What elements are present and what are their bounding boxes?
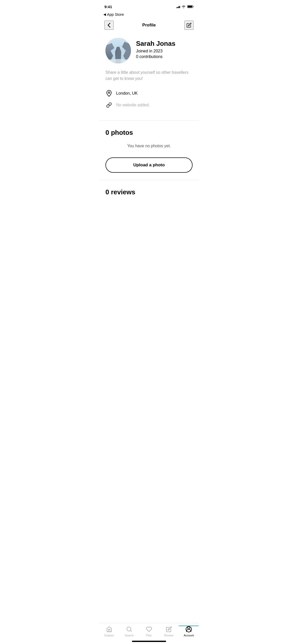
profile-contributions: 0 contributions <box>136 54 175 59</box>
nav-header: Profile <box>99 19 199 34</box>
signal-icon <box>176 5 180 8</box>
upload-photo-button[interactable]: Upload a photo <box>105 157 193 173</box>
details-section: London, UK No website added. <box>99 88 199 119</box>
back-button[interactable] <box>104 21 114 30</box>
svg-rect-1 <box>188 6 192 8</box>
edit-button[interactable] <box>184 21 194 30</box>
profile-name: Sarah Jonas <box>136 40 175 47</box>
svg-point-8 <box>105 59 131 63</box>
battery-icon <box>187 5 194 8</box>
website-text: No website added. <box>116 103 150 107</box>
location-item: London, UK <box>105 90 193 97</box>
profile-section: Sarah Jonas Joined in 2023 0 contributio… <box>99 34 199 69</box>
profile-joined: Joined in 2023 <box>136 49 175 53</box>
svg-point-9 <box>108 92 110 93</box>
status-icons <box>176 5 194 8</box>
profile-info: Sarah Jonas Joined in 2023 0 contributio… <box>136 38 175 59</box>
app-store-label: App Store <box>107 12 124 17</box>
bio-text: Share a little about yourself so other t… <box>105 69 193 82</box>
avatar <box>105 38 131 63</box>
photos-section: 0 photos You have no photos yet. Upload … <box>99 122 199 179</box>
bio-section: Share a little about yourself so other t… <box>99 69 199 88</box>
photos-empty-message: You have no photos yet. <box>105 142 193 150</box>
photos-title: 0 photos <box>105 129 193 137</box>
wifi-icon <box>182 5 186 8</box>
app-store-back[interactable]: ◀ App Store <box>99 11 199 19</box>
website-item: No website added. <box>105 101 193 109</box>
divider-2 <box>99 180 199 180</box>
location-text: London, UK <box>116 91 138 96</box>
reviews-title: 0 reviews <box>105 188 193 196</box>
reviews-section: 0 reviews <box>99 181 199 207</box>
page-title: Profile <box>142 23 156 28</box>
status-time: 9:41 <box>104 5 112 9</box>
divider-1 <box>99 120 199 121</box>
app-store-arrow: ◀ <box>103 12 106 16</box>
link-icon <box>105 101 113 109</box>
location-icon <box>105 90 113 97</box>
status-bar: 9:41 <box>99 0 199 11</box>
